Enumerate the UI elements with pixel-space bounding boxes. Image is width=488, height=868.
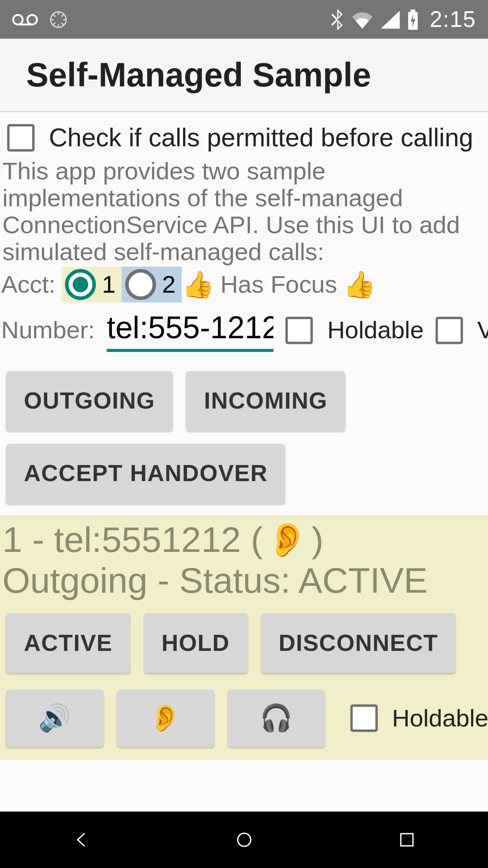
focus-text: Has Focus [220, 271, 337, 299]
svg-line-8 [53, 14, 55, 16]
number-label: Number: [1, 317, 95, 345]
acct-radio-1[interactable]: 1 [62, 267, 121, 303]
radio-unselected-icon [125, 269, 156, 300]
battery-charging-icon [407, 9, 419, 30]
acct-radio-2-label: 2 [162, 271, 176, 299]
call-line1-prefix: 1 - tel:5551212 ( [2, 519, 262, 561]
thumbs-up-icon: 👍 [343, 269, 376, 300]
holdable-checkbox[interactable] [285, 317, 313, 344]
call-button-row: ACTIVE HOLD DISCONNECT [0, 601, 488, 679]
description-text: This app provides two sample implementat… [0, 157, 488, 267]
back-button[interactable] [69, 827, 95, 853]
acct-label: Acct: [1, 271, 56, 299]
bluetooth-icon [331, 9, 344, 30]
acct-row: Acct: 1 2 👍 Has Focus 👍 [0, 267, 488, 303]
svg-rect-15 [401, 834, 413, 846]
radio-selected-icon [65, 269, 96, 300]
svg-line-9 [61, 23, 63, 25]
hold-button[interactable]: HOLD [144, 614, 248, 673]
cell-signal-icon [381, 10, 400, 28]
audio-route-row: 🔊 👂 🎧 Holdable [0, 679, 488, 749]
call-line1-suffix: ) [311, 519, 323, 561]
svg-point-1 [27, 15, 37, 24]
spinner-icon [49, 10, 68, 29]
ear-icon: 👂 [266, 520, 308, 560]
incoming-button[interactable]: INCOMING [186, 371, 345, 431]
svg-line-11 [53, 23, 55, 25]
call-holdable-checkbox[interactable] [350, 705, 378, 732]
svg-point-0 [13, 15, 23, 24]
video-checkbox[interactable] [436, 317, 463, 344]
acct-radio-1-label: 1 [102, 271, 115, 299]
call-info-line-1: 1 - tel:5551212 ( 👂 ) [0, 519, 488, 561]
status-bar: 2:15 [0, 0, 488, 39]
active-button[interactable]: ACTIVE [6, 614, 131, 673]
svg-rect-13 [410, 9, 415, 12]
holdable-label: Holdable [327, 317, 423, 345]
voicemail-icon [12, 12, 38, 26]
call-info-line-2: Outgoing - Status: ACTIVE [0, 560, 488, 601]
wifi-icon [351, 10, 373, 28]
app-title: Self-Managed Sample [0, 39, 488, 112]
video-label: Video [477, 317, 488, 345]
permit-checkbox[interactable] [7, 124, 34, 151]
call-holdable-label: Holdable [392, 704, 488, 733]
speaker-button[interactable]: 🔊 [6, 690, 104, 747]
thumbs-up-icon: 👍 [182, 269, 215, 300]
svg-line-10 [61, 14, 63, 16]
home-button[interactable] [231, 827, 257, 853]
number-input[interactable] [107, 309, 274, 352]
permit-checkbox-label: Check if calls permitted before calling [49, 123, 473, 152]
svg-point-14 [238, 833, 251, 846]
permit-checkbox-row[interactable]: Check if calls permitted before calling [0, 112, 488, 157]
earpiece-button[interactable]: 👂 [117, 690, 214, 747]
action-button-row: OUTGOING INCOMING ACCEPT HANDOVER [0, 353, 488, 516]
recents-button[interactable] [394, 827, 420, 853]
headset-button[interactable]: 🎧 [228, 690, 325, 747]
call-card: 1 - tel:5551212 ( 👂 ) Outgoing - Status:… [0, 515, 488, 760]
accept-handover-button[interactable]: ACCEPT HANDOVER [6, 444, 286, 503]
acct-radio-2[interactable]: 2 [121, 267, 181, 303]
number-row: Number: Holdable Video [0, 303, 488, 353]
nav-bar [0, 812, 488, 868]
outgoing-button[interactable]: OUTGOING [6, 371, 173, 431]
status-time: 2:15 [429, 7, 476, 32]
disconnect-button[interactable]: DISCONNECT [261, 614, 456, 673]
